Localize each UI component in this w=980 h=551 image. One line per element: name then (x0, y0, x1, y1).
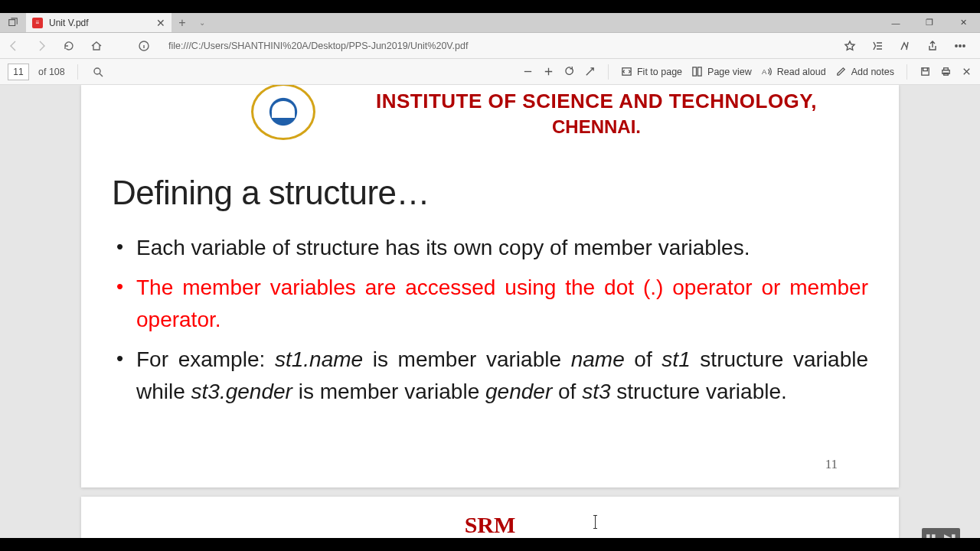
settings-more-button[interactable] (952, 38, 968, 54)
new-tab-button[interactable]: + (172, 13, 193, 32)
read-aloud-label: Read aloud (777, 67, 826, 77)
pdf-page-next: SRM (81, 497, 899, 538)
next-slide-srm-heading: SRM (112, 512, 868, 538)
bullet-3: For example: st1.name is member variable… (112, 344, 868, 408)
fit-to-page-label: Fit to page (637, 67, 682, 77)
page-view-label: Page view (707, 67, 752, 77)
read-aloud-button[interactable]: ARead aloud (761, 66, 826, 77)
print-button[interactable] (940, 66, 952, 77)
institute-name-line2: CHENNAI. (325, 116, 868, 138)
share-button[interactable] (925, 38, 940, 54)
window-maximize-button[interactable]: ❐ (913, 13, 946, 32)
pin-toolbar-button[interactable] (961, 66, 972, 77)
svg-rect-7 (698, 67, 702, 76)
nav-home-button[interactable] (89, 38, 104, 54)
svg-point-2 (959, 44, 961, 46)
pdf-toolbar: 11 of 108 Fit to page Page view ARead al… (0, 59, 980, 85)
nav-forward-button[interactable] (34, 38, 49, 54)
bullet-1: Each variable of structure has its own c… (112, 232, 868, 264)
zoom-in-button[interactable] (543, 66, 554, 77)
nav-refresh-button[interactable] (61, 38, 77, 54)
slide-page-number: 11 (825, 457, 838, 472)
institute-seal-logo (251, 85, 315, 140)
institute-header: INSTITUTE OF SCIENCE AND TECHNOLOGY, CHE… (325, 90, 868, 138)
page-total-label: of 108 (38, 67, 65, 77)
pdf-viewport[interactable]: INSTITUTE OF SCIENCE AND TECHNOLOGY, CHE… (0, 85, 980, 538)
pdf-search-button[interactable] (90, 64, 106, 80)
page-view-button[interactable]: Page view (691, 66, 752, 77)
institute-name-line1: INSTITUTE OF SCIENCE AND TECHNOLOGY, (325, 90, 868, 113)
add-notes-label: Add notes (851, 67, 894, 77)
address-bar: file:///C:/Users/SHANTHINI%20A/Desktop/P… (0, 33, 980, 59)
window-close-button[interactable]: ✕ (946, 13, 980, 32)
svg-point-3 (963, 44, 965, 46)
nav-back-button[interactable] (6, 38, 21, 54)
bullet-2: The member variables are accessed using … (112, 272, 868, 336)
pdf-page: INSTITUTE OF SCIENCE AND TECHNOLOGY, CHE… (81, 85, 899, 487)
browser-tab[interactable]: ≡ Unit V.pdf ✕ (26, 13, 172, 32)
expand-button[interactable] (584, 66, 596, 77)
pdf-favicon: ≡ (32, 18, 43, 28)
add-notes-button[interactable]: Add notes (835, 66, 894, 77)
slide-heading: Defining a structure… (112, 174, 868, 212)
svg-point-1 (956, 44, 957, 46)
tab-dropdown-button[interactable]: ⌄ (193, 13, 211, 32)
svg-rect-6 (693, 67, 697, 76)
site-info-icon[interactable] (136, 38, 152, 54)
favorites-list-button[interactable] (870, 38, 885, 54)
favorite-star-button[interactable] (842, 38, 858, 54)
fit-to-page-button[interactable]: Fit to page (621, 66, 682, 77)
rotate-button[interactable] (564, 66, 575, 77)
url-text[interactable]: file:///C:/Users/SHANTHINI%20A/Desktop/P… (164, 41, 830, 51)
svg-text:A: A (762, 68, 767, 76)
svg-point-4 (94, 68, 100, 74)
text-cursor-icon (595, 515, 596, 529)
tabs-overview-button[interactable] (0, 13, 26, 32)
save-button[interactable] (920, 66, 931, 77)
tab-strip: ≡ Unit V.pdf ✕ + ⌄ — ❐ ✕ (0, 13, 980, 33)
svg-rect-11 (944, 68, 949, 70)
zoom-out-button[interactable] (522, 66, 534, 77)
page-number-input[interactable]: 11 (8, 64, 29, 80)
reading-list-button[interactable] (897, 38, 913, 54)
tab-title: Unit V.pdf (49, 18, 150, 28)
window-minimize-button[interactable]: — (879, 13, 913, 32)
tab-close-button[interactable]: ✕ (156, 17, 165, 29)
